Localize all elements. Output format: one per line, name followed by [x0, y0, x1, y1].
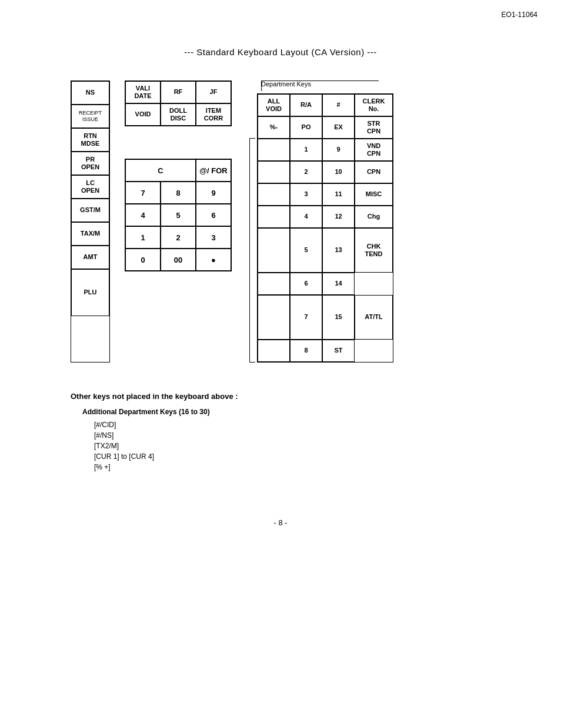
key-5: 5 — [161, 204, 196, 226]
key-7: 7 — [125, 182, 161, 204]
additional-item-4: [CUR 1] to [CUR 4] — [94, 452, 537, 461]
key-at-for: @/ FOR — [196, 159, 231, 182]
dept-key-15: 15 — [322, 295, 355, 340]
key-plu: PLU — [71, 269, 109, 316]
key-ex: EX — [322, 116, 355, 139]
key-0: 0 — [125, 249, 161, 271]
key-pct-minus: %- — [258, 116, 290, 139]
key-00: 00 — [161, 249, 196, 271]
dept-grid: ALLVOID R/A # CLERKNo. %- PO EX STRCPN 1… — [257, 93, 393, 363]
key-2: 2 — [161, 226, 196, 249]
key-taxm: TAX/M — [71, 222, 109, 246]
key-chk-tend: CHKTEND — [355, 228, 393, 273]
key-dot: ● — [196, 249, 231, 271]
key-vali-date: VALIDATE — [125, 81, 161, 103]
key-c: C — [125, 159, 196, 182]
doc-id: EO1-11064 — [502, 11, 537, 19]
left-keys-group: NS RECEIPTISSUE RTNMDSE PROPEN LCOPEN GS… — [71, 80, 110, 363]
dept-key-empty-2 — [258, 161, 290, 183]
key-attl: AT/TL — [355, 295, 393, 340]
top-grid: VALIDATE RF JF VOID DOLLDISC ITEMCORR — [125, 80, 232, 126]
key-chg: Chg — [355, 206, 393, 228]
additional-item-1: [#/CID] — [94, 421, 537, 429]
key-3: 3 — [196, 226, 231, 249]
numpad: C @/ FOR 7 8 9 4 5 6 1 2 3 0 00 ● — [125, 159, 232, 271]
key-4: 4 — [125, 204, 161, 226]
additional-item-2: [#/NS] — [94, 431, 537, 440]
key-rtn-mdse: RTNMDSE — [71, 128, 109, 152]
dept-key-empty-7 — [258, 295, 290, 340]
key-jf: JF — [196, 81, 231, 103]
key-amt: AMT — [71, 246, 109, 269]
dept-key-13: 13 — [322, 228, 355, 273]
key-pr-open: PROPEN — [71, 152, 109, 175]
additional-item-3: [TX2/M] — [94, 442, 537, 450]
key-rf: RF — [161, 81, 196, 103]
dept-key-2: 2 — [290, 161, 322, 183]
dept-key-empty-8 — [258, 340, 290, 362]
key-gstm: GST/M — [71, 199, 109, 222]
dept-key-1: 1 — [290, 139, 322, 161]
additional-item-5: [% +] — [94, 463, 537, 471]
dept-key-14: 14 — [322, 273, 355, 295]
key-clerk-no: CLERKNo. — [355, 94, 393, 116]
dept-key-3: 3 — [290, 183, 322, 206]
page-title: --- Standard Keyboard Layout (CA Version… — [24, 47, 537, 57]
other-keys-title: Other keys not placed in the keyboard ab… — [71, 392, 537, 401]
page-number: - 8 - — [24, 518, 537, 527]
dept-key-empty-6 — [258, 273, 290, 295]
key-item-corr: ITEMCORR — [196, 103, 231, 126]
key-vnd-cpn: VNDCPN — [355, 139, 393, 161]
dept-key-empty-4 — [258, 206, 290, 228]
other-keys-section: Other keys not placed in the keyboard ab… — [71, 392, 537, 471]
dept-key-9: 9 — [322, 139, 355, 161]
dept-key-5: 5 — [290, 228, 322, 273]
dept-key-4: 4 — [290, 206, 322, 228]
key-lc-open: LCOPEN — [71, 175, 109, 199]
dept-area: Department Keys ALLVOID R/A # CLERKNo. %… — [249, 80, 393, 363]
key-1: 1 — [125, 226, 161, 249]
dept-key-empty-3 — [258, 183, 290, 206]
key-st: ST — [322, 340, 355, 362]
key-po: PO — [290, 116, 322, 139]
dept-label: Department Keys — [261, 80, 311, 88]
key-ra: R/A — [290, 94, 322, 116]
additional-title: Additional Department Keys (16 to 30) — [82, 408, 537, 416]
dept-key-empty-1 — [258, 139, 290, 161]
middle-section: VALIDATE RF JF VOID DOLLDISC ITEMCORR C … — [125, 80, 232, 363]
key-receipt-issue: RECEIPTISSUE — [71, 105, 109, 128]
key-all-void: ALLVOID — [258, 94, 290, 116]
key-void: VOID — [125, 103, 161, 126]
key-cpn: CPN — [355, 161, 393, 183]
key-9: 9 — [196, 182, 231, 204]
key-8: 8 — [161, 182, 196, 204]
dept-key-6: 6 — [290, 273, 322, 295]
dept-key-empty-5 — [258, 228, 290, 273]
dept-key-7: 7 — [290, 295, 322, 340]
dept-key-10: 10 — [322, 161, 355, 183]
key-ns: NS — [71, 81, 109, 105]
dept-side-bracket — [249, 138, 255, 363]
key-doll-disc: DOLLDISC — [161, 103, 196, 126]
dept-key-empty-chk — [355, 273, 393, 295]
dept-key-11: 11 — [322, 183, 355, 206]
dept-key-12: 12 — [322, 206, 355, 228]
dept-key-8: 8 — [290, 340, 322, 362]
key-misc: MISC — [355, 183, 393, 206]
key-6: 6 — [196, 204, 231, 226]
key-str-cpn: STRCPN — [355, 116, 393, 139]
dept-key-empty-attl — [355, 340, 393, 362]
key-hash: # — [322, 94, 355, 116]
